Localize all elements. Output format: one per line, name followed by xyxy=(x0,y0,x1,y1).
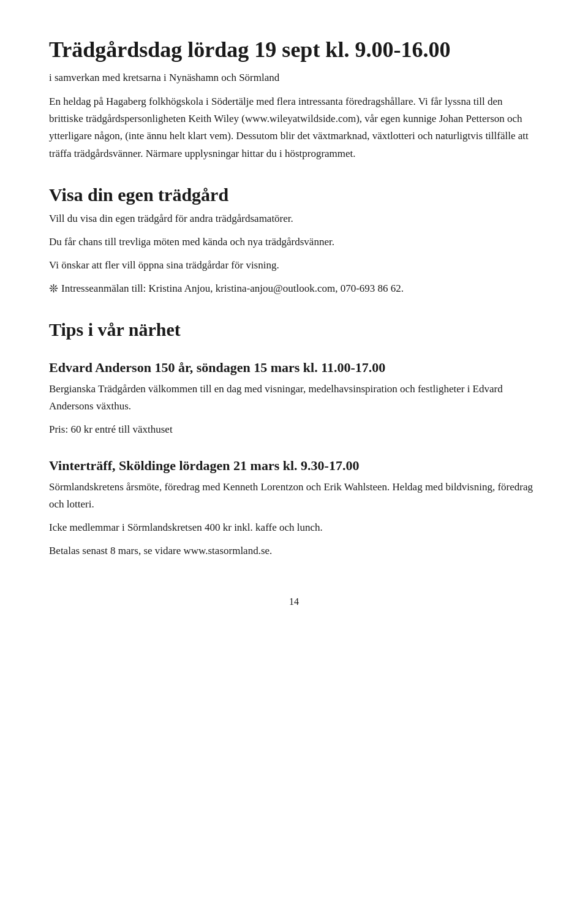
intro-paragraph2: En heldag på Hagaberg folkhögskola i Söd… xyxy=(49,93,539,162)
tips-paragraph3: Sörmlandskretens årsmöte, föredrag med K… xyxy=(49,479,539,513)
visa-bullet-item: ❊ Intresseanmälan till: Kristina Anjou, … xyxy=(49,280,539,297)
visa-paragraph2: Du får chans till trevliga möten med kän… xyxy=(49,233,539,251)
tips-paragraph2: Pris: 60 kr entré till växthuset xyxy=(49,421,539,438)
visa-paragraph1: Vill du visa din egen trädgård för andra… xyxy=(49,210,539,227)
tips-subheading1: Edvard Anderson 150 år, söndagen 15 mars… xyxy=(49,360,539,376)
main-title: Trädgårdsdag lördag 19 sept kl. 9.00-16.… xyxy=(49,37,539,63)
tips-paragraph4: Icke medlemmar i Sörmlandskretsen 400 kr… xyxy=(49,519,539,536)
visa-paragraph3: Vi önskar att fler vill öppna sina trädg… xyxy=(49,257,539,274)
visa-bullet-text: Intresseanmälan till: Kristina Anjou, kr… xyxy=(61,283,404,294)
tips-paragraph5: Betalas senast 8 mars, se vidare www.sta… xyxy=(49,542,539,560)
page-container: Trädgårdsdag lördag 19 sept kl. 9.00-16.… xyxy=(49,37,539,607)
visa-heading: Visa din egen trädgård xyxy=(49,184,539,205)
intro-paragraph1: i samverkan med kretsarna i Nynäshamn oc… xyxy=(49,69,539,86)
tips-subheading2: Vinterträff, Sköldinge lördagen 21 mars … xyxy=(49,458,539,474)
bullet-symbol: ❊ xyxy=(49,280,58,298)
tips-paragraph1: Bergianska Trädgården välkommen till en … xyxy=(49,381,539,415)
tips-heading: Tips i vår närhet xyxy=(49,319,539,340)
page-number: 14 xyxy=(49,596,539,607)
